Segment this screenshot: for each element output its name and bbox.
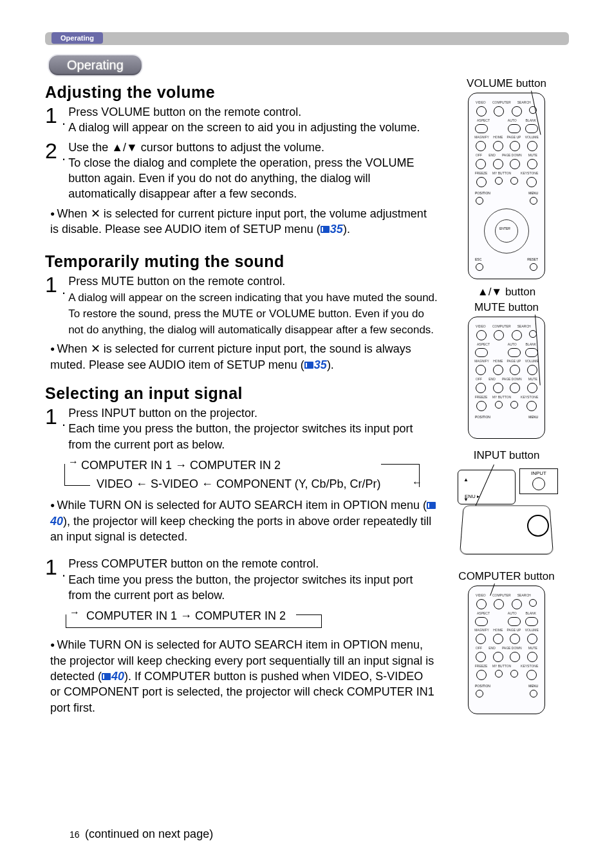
arrows-button-label: ▲/▼ button bbox=[445, 286, 568, 299]
btn-label: PAGE UP bbox=[507, 628, 521, 632]
btn-label: MENU bbox=[528, 191, 538, 195]
mute-button-label: MUTE button bbox=[445, 301, 568, 314]
btn-label: POSITION bbox=[475, 415, 490, 419]
btn-label: BLANK bbox=[526, 342, 536, 346]
btn-label: HOME bbox=[493, 135, 503, 139]
book-icon bbox=[321, 226, 330, 233]
t: ). bbox=[343, 223, 350, 235]
btn-label: MY BUTTON bbox=[492, 171, 511, 175]
mute-crossed-icon: ✕ bbox=[91, 342, 100, 355]
btn-label: PAGE UP bbox=[507, 135, 521, 139]
btn-label: HOME bbox=[493, 359, 503, 363]
btn-label: SEARCH bbox=[517, 100, 531, 104]
btn-label: ENTER bbox=[499, 226, 510, 230]
computer-bullet: While TURN ON is selected for AUTO SEARC… bbox=[50, 637, 436, 715]
btn-label: SEARCH bbox=[517, 324, 531, 328]
computer-flow-diagram: → COMPUTER IN 1 → COMPUTER IN 2 bbox=[58, 607, 328, 625]
section-pill-text: Operating bbox=[67, 58, 124, 72]
btn-label: SEARCH bbox=[517, 593, 531, 597]
btn-label: OFF bbox=[476, 153, 482, 157]
mute-bullet: When ✕ is selected for current picture i… bbox=[50, 341, 438, 373]
btn-label: MENU bbox=[528, 415, 538, 419]
volume-step2-line1: Use the ▲/▼ cursor buttons to adjust the… bbox=[68, 141, 324, 154]
btn-label: HOME bbox=[493, 628, 503, 632]
arrow-right-icon: → bbox=[70, 607, 80, 618]
btn-label: KEYSTONE bbox=[521, 171, 538, 175]
btn-label: COMPUTER bbox=[492, 593, 511, 597]
btn-label: COMPUTER bbox=[492, 324, 511, 328]
mute-step1-line1: Press MUTE button on the remote control. bbox=[68, 275, 285, 288]
heading-volume: Adjusting the volume bbox=[45, 83, 438, 102]
btn-label: RESET bbox=[527, 257, 538, 261]
t: When bbox=[57, 207, 91, 220]
btn-label: AUTO bbox=[508, 118, 517, 122]
btn-label: AUTO bbox=[508, 611, 517, 615]
btn-label: PAGE DOWN bbox=[502, 646, 522, 650]
btn-label: FREEZE bbox=[475, 395, 488, 399]
btn-label: VIDEO bbox=[476, 593, 486, 597]
flow-line-1: COMPUTER IN 1 → COMPUTER IN 2 bbox=[64, 456, 412, 475]
step-dot: . bbox=[62, 282, 66, 297]
volume-step2-line2: To close the dialog and complete the ope… bbox=[68, 156, 414, 201]
btn-label: BLANK bbox=[526, 611, 536, 615]
section-pill: Operating bbox=[49, 55, 142, 75]
step-dot: . bbox=[62, 414, 66, 429]
btn-label: ASPECT bbox=[477, 611, 490, 615]
t: VIDEO ← S-VIDEO ← COMPONENT (Y, Cb/Pb, C… bbox=[97, 477, 380, 490]
btn-label: VIDEO bbox=[476, 100, 486, 104]
btn-label: KEYSTONE bbox=[521, 395, 538, 399]
btn-label: ASPECT bbox=[477, 342, 490, 346]
volume-step1-line2: A dialog will appear on the screen to ai… bbox=[68, 121, 420, 134]
page-ref: 35 bbox=[330, 223, 343, 235]
input-step-1: 1 . Press INPUT button on the projector.… bbox=[45, 405, 438, 452]
btn-label: VIDEO bbox=[476, 324, 486, 328]
page-number: 16 bbox=[70, 829, 80, 840]
computer-step1-line2: Each time you press the button, the proj… bbox=[68, 573, 413, 602]
t: While TURN ON is selected for AUTO SEARC… bbox=[57, 499, 427, 512]
btn-label: VOLUME bbox=[525, 628, 539, 632]
btn-label: PAGE DOWN bbox=[502, 153, 522, 157]
dpad-icon: ENTER bbox=[484, 208, 529, 254]
book-icon bbox=[304, 362, 313, 369]
input-step1-line2: Each time you press the button, the proj… bbox=[68, 422, 413, 450]
btn-label: OFF bbox=[476, 377, 482, 381]
btn-label: VOLUME bbox=[525, 359, 539, 363]
btn-label: MY BUTTON bbox=[492, 664, 511, 668]
btn-label: MENU bbox=[528, 684, 538, 688]
btn-label: MUTE bbox=[528, 377, 537, 381]
arrow-right-icon: → bbox=[68, 456, 79, 468]
computer-step-1: 1 . Press COMPUTER button on the remote … bbox=[45, 556, 438, 603]
btn-label: END bbox=[488, 377, 496, 381]
t: COMPUTER IN 1 → COMPUTER IN 2 bbox=[81, 459, 281, 472]
projector-illustration: ENU ▸ ▲ ▼ INPUT bbox=[455, 465, 558, 561]
btn-label: MAGNIFY bbox=[474, 135, 489, 139]
header-tab: Operating bbox=[51, 32, 103, 44]
input-step1-line1: Press INPUT button on the projector. bbox=[68, 407, 257, 420]
book-icon bbox=[427, 502, 436, 509]
mute-step1-line2: A dialog will appear on the screen indic… bbox=[68, 291, 438, 336]
btn-label: KEYSTONE bbox=[521, 664, 538, 668]
input-bullet: While TURN ON is selected for AUTO SEARC… bbox=[50, 497, 438, 544]
t: ). bbox=[327, 358, 334, 371]
mute-crossed-icon: ✕ bbox=[91, 207, 100, 220]
remote-control-illustration: VIDEOCOMPUTERSEARCH ASPECTAUTOBLANK MAGN… bbox=[468, 317, 545, 439]
volume-button-label: VOLUME button bbox=[445, 77, 568, 90]
btn-label: VOLUME bbox=[525, 135, 539, 139]
remote-control-illustration: VIDEOCOMPUTERSEARCH ASPECTAUTOBLANK MAGN… bbox=[468, 93, 545, 279]
input-flow-diagram: → COMPUTER IN 1 → COMPUTER IN 2 ← VIDEO … bbox=[58, 456, 418, 494]
btn-label: OFF bbox=[476, 646, 482, 650]
t: When bbox=[57, 342, 91, 355]
btn-label: COMPUTER bbox=[492, 100, 511, 104]
flow-line: COMPUTER IN 1 → COMPUTER IN 2 bbox=[64, 607, 322, 625]
page-ref: 40 bbox=[50, 515, 63, 528]
remote-control-illustration: VIDEOCOMPUTERSEARCH ASPECTAUTOBLANK MAGN… bbox=[468, 586, 545, 714]
volume-step1-line1: Press VOLUME button on the remote contro… bbox=[68, 106, 301, 118]
header-bar: Operating bbox=[45, 32, 569, 45]
t: is selected for current picture input po… bbox=[50, 342, 411, 371]
book-icon bbox=[102, 673, 111, 680]
btn-label: ESC bbox=[475, 257, 481, 261]
btn-label: MY BUTTON bbox=[492, 395, 511, 399]
input-callout: INPUT bbox=[519, 468, 558, 494]
t: is selected for current picture input po… bbox=[50, 207, 427, 235]
volume-step-2: 2 . Use the ▲/▼ cursor buttons to adjust… bbox=[45, 140, 438, 202]
